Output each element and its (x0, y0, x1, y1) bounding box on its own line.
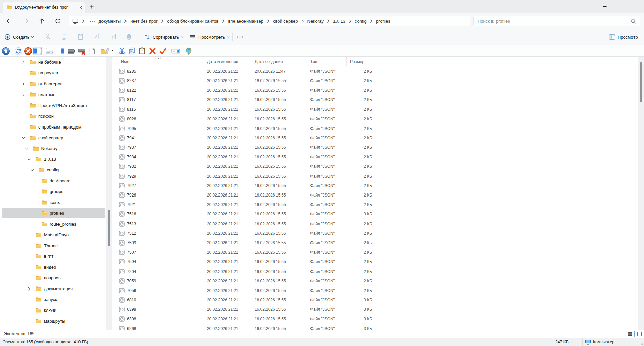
file-row[interactable]: 792920.02.2026 21:2116.02.2026 15:55Файл… (115, 171, 375, 181)
file-row[interactable]: 750420.02.2026 21:2116.02.2026 15:55Файл… (115, 257, 375, 267)
sidebar-scrollbar-thumb[interactable] (108, 210, 110, 246)
paste-icon[interactable] (77, 33, 84, 40)
refresh-button[interactable] (52, 16, 63, 26)
file-row[interactable]: 705920.02.2026 21:2116.02.2026 15:55Файл… (115, 276, 375, 286)
this-pc-icon[interactable] (72, 18, 78, 24)
breadcrumb-item[interactable]: документы (98, 19, 122, 24)
tree-item-1-0-13[interactable]: 1,0,13 (2, 154, 105, 165)
tree-item-profiles[interactable]: profiles (2, 208, 105, 218)
tree-item-запуск[interactable]: запуск (2, 294, 105, 305)
tree-item-документация[interactable]: документация (2, 283, 105, 294)
more-options-button[interactable] (236, 29, 244, 45)
cut-icon[interactable] (44, 33, 51, 40)
file-row[interactable]: 811520.02.2026 21:2116.02.2026 15:55Файл… (115, 105, 375, 114)
file-row[interactable]: 793720.02.2026 21:2116.02.2026 15:55Файл… (115, 143, 375, 152)
drive-disconnect-icon[interactable] (77, 47, 86, 55)
delete-icon[interactable] (148, 47, 157, 55)
minimize-button[interactable] (597, 0, 613, 13)
file-row[interactable]: 720420.02.2026 21:2116.02.2026 15:55Файл… (115, 267, 375, 276)
tree-item-dashboard[interactable]: dashboard (2, 176, 105, 186)
column-header-2[interactable]: Дата создания (252, 57, 306, 66)
file-row[interactable]: 792720.02.2026 21:2116.02.2026 15:55Файл… (115, 181, 375, 190)
tree-item-вопросы[interactable]: вопросы (2, 273, 105, 283)
drive-connect-icon[interactable] (67, 47, 75, 55)
chevron-right-icon[interactable] (21, 60, 26, 65)
new-tab-button[interactable] (88, 3, 95, 10)
chevron-down-icon[interactable] (27, 157, 31, 162)
file-row[interactable]: 793420.02.2026 21:2116.02.2026 15:55Файл… (115, 152, 375, 162)
tree-item-в-гпт[interactable]: в гпт (2, 251, 105, 262)
file-row[interactable]: 751320.02.2026 21:2116.02.2026 15:55Файл… (115, 219, 375, 229)
shell-icon[interactable] (184, 47, 193, 55)
tree-item-Nekoray[interactable]: Nekoray (2, 143, 105, 154)
tree-item-свой-сервер[interactable]: свой сервер (2, 132, 105, 143)
refresh-icon[interactable] (14, 47, 23, 55)
file-row[interactable]: 630820.02.2026 21:2116.02.2026 15:55Файл… (115, 314, 375, 324)
panel-left-icon[interactable] (33, 47, 42, 55)
back-button[interactable] (4, 16, 15, 26)
tree-item-groups[interactable]: groups (2, 186, 105, 197)
chevron-right-icon[interactable] (21, 92, 26, 97)
close-button[interactable] (628, 0, 644, 13)
tree-item-на-роутер[interactable]: на роутер (2, 68, 105, 78)
file-row[interactable]: 811720.02.2026 21:2116.02.2026 15:55Файл… (115, 95, 375, 105)
preview-button[interactable]: Просмотр (609, 29, 639, 45)
search-input[interactable]: Поиск в: profiles (473, 16, 640, 26)
tree-item-маршруты[interactable]: маршруты (2, 316, 105, 326)
breadcrumb-item[interactable]: свой сервер (272, 19, 299, 24)
file-row[interactable]: 793220.02.2026 21:2116.02.2026 15:55Файл… (115, 162, 375, 171)
file-row[interactable]: 639820.02.2026 21:2116.02.2026 15:55Файл… (115, 305, 375, 314)
file-row[interactable]: 681020.02.2026 21:2116.02.2026 15:55Файл… (115, 295, 375, 305)
file-row[interactable]: 812220.02.2026 21:2116.02.2026 15:55Файл… (115, 86, 375, 95)
copy-icon[interactable] (61, 33, 67, 40)
cut-icon[interactable] (118, 47, 127, 55)
file-row[interactable]: 750720.02.2026 21:2116.02.2026 15:55Файл… (115, 248, 375, 257)
tree-item-icons[interactable]: icons (2, 197, 105, 208)
chevron-right-icon[interactable] (27, 286, 31, 291)
details-view-button[interactable] (626, 331, 635, 337)
breadcrumb-item[interactable]: config (354, 19, 367, 24)
folder-checkbox-icon[interactable] (100, 47, 109, 55)
file-row[interactable]: 750920.02.2026 21:2116.02.2026 15:55Файл… (115, 238, 375, 248)
file-row[interactable]: 799520.02.2026 21:2116.02.2026 15:55Файл… (115, 124, 375, 133)
tree-item-config[interactable]: config (2, 165, 105, 176)
breadcrumb-item[interactable]: инет без прог (130, 19, 158, 24)
breadcrumb-item[interactable]: profiles (375, 19, 391, 24)
delete-icon[interactable] (125, 33, 132, 40)
tree-item-видео[interactable]: видео (2, 262, 105, 273)
tree-item-ключи[interactable]: ключи (2, 305, 105, 316)
list-scrollbar-thumb[interactable] (640, 62, 642, 102)
paste-icon[interactable] (138, 47, 146, 55)
tree-item-MatsuriDayo[interactable]: MatsuriDayo (2, 229, 105, 240)
column-header-4[interactable]: Размер (347, 57, 375, 66)
tree-item-от-блогеров[interactable]: от блогеров (2, 78, 105, 89)
breadcrumb-item[interactable]: впн анонимайзер (227, 19, 264, 24)
share-icon[interactable] (111, 33, 118, 40)
file-row[interactable]: 626820.02.2026 21:2116.02.2026 15:55Файл… (115, 324, 375, 330)
tree-item-с-пробным-периодом[interactable]: с пробным периодом (2, 121, 105, 132)
create-button[interactable]: Создать (5, 29, 34, 45)
explorer-tab[interactable]: D:\документы\инет без прог' (3, 2, 85, 13)
file-row[interactable]: 792620.02.2026 21:2116.02.2026 15:55Файл… (115, 190, 375, 200)
tree-item-платные[interactable]: платные (2, 89, 105, 100)
file-row[interactable]: 751620.02.2026 21:2116.02.2026 15:55Файл… (115, 209, 375, 219)
address-item-icon[interactable] (171, 47, 180, 55)
view-button[interactable]: Просмотреть (190, 29, 230, 45)
tree-item-на-бабочке[interactable]: на бабочке (2, 57, 105, 68)
tab-close-icon[interactable] (77, 4, 83, 10)
chevron-down-icon[interactable] (21, 135, 26, 140)
icons-view-button[interactable] (636, 331, 643, 337)
tree-item-псифон[interactable]: псифон (2, 111, 105, 121)
file-row[interactable]: 705620.02.2026 21:2116.02.2026 15:55Файл… (115, 286, 375, 295)
chevron-right-icon[interactable] (21, 82, 26, 86)
resize-grip[interactable] (639, 341, 643, 345)
stop-icon[interactable] (24, 47, 32, 55)
tree-item-Throne[interactable]: Throne (2, 240, 105, 251)
chevron-down-icon[interactable] (30, 168, 34, 172)
address-bar[interactable]: ··· документыинет без прогобход блокиров… (69, 16, 470, 26)
file-row[interactable]: 751220.02.2026 21:2116.02.2026 15:55Файл… (115, 229, 375, 238)
panel-bottom-icon[interactable] (45, 47, 54, 55)
sidebar-scrollbar[interactable] (106, 57, 112, 330)
up-icon[interactable] (1, 47, 10, 55)
up-button[interactable] (36, 16, 47, 26)
